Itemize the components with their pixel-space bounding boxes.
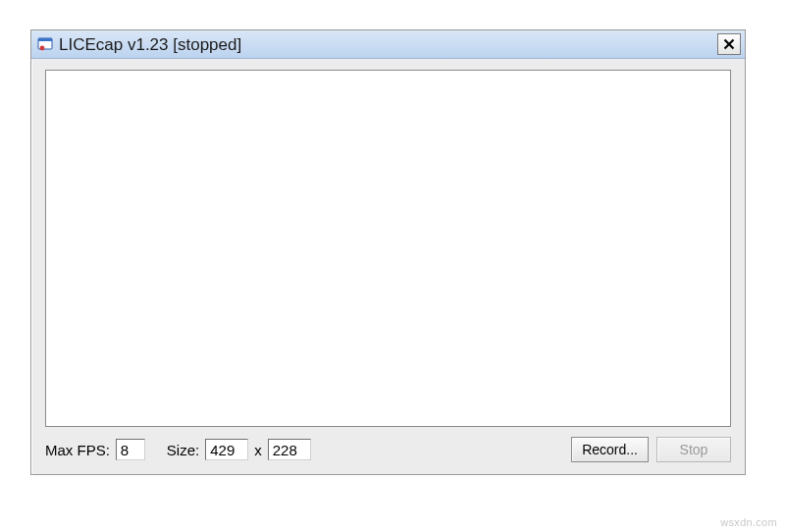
svg-point-2 — [40, 46, 45, 51]
size-height-input[interactable] — [268, 439, 311, 460]
window-title: LICEcap v1.23 [stopped] — [59, 30, 717, 59]
capture-area — [45, 70, 731, 427]
app-icon — [37, 36, 53, 52]
stop-button: Stop — [656, 437, 731, 462]
size-separator: x — [254, 442, 262, 458]
size-label: Size: — [167, 442, 199, 458]
titlebar[interactable]: LICEcap v1.23 [stopped] — [31, 30, 745, 59]
max-fps-input[interactable] — [116, 439, 145, 460]
bottom-toolbar: Max FPS: Size: x Record... Stop — [45, 435, 731, 464]
close-button[interactable] — [717, 33, 741, 55]
max-fps-label: Max FPS: — [45, 442, 110, 458]
app-window: LICEcap v1.23 [stopped] Max FPS: Size: x… — [30, 29, 746, 475]
watermark-text: wsxdn.com — [720, 516, 777, 528]
record-button[interactable]: Record... — [571, 437, 649, 462]
size-width-input[interactable] — [205, 439, 248, 460]
close-icon — [723, 38, 735, 50]
svg-rect-1 — [38, 38, 52, 41]
